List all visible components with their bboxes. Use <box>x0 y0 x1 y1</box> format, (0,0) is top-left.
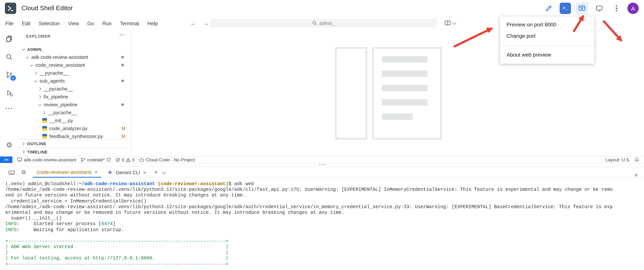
activity-search-icon[interactable] <box>0 53 18 61</box>
account-avatar[interactable]: A <box>628 3 639 14</box>
outline-label: OUTLINE <box>27 141 46 146</box>
activity-run-debug-icon[interactable] <box>0 89 18 97</box>
menu-run[interactable]: Run <box>102 21 112 26</box>
activity-more-icon[interactable]: ··· <box>0 105 18 113</box>
menu-terminal[interactable]: Terminal <box>120 21 139 26</box>
search-input[interactable]: admin_ <box>210 19 437 28</box>
tree-item-label: __pycache__ <box>40 70 69 76</box>
tree-item-feedback-synthesizer-py[interactable]: feedback_synthesizer.pyM <box>18 132 131 139</box>
activity-source-control-icon[interactable]: 6 <box>0 71 18 79</box>
open-terminal-button[interactable]: >_ <box>560 3 571 14</box>
menu-go[interactable]: Go <box>87 21 94 26</box>
chevron-down-icon <box>30 63 34 67</box>
preview-menu-items: Preview on port 8000Change portAbout web… <box>500 19 594 60</box>
explorer-header: EXPLORER <box>26 34 51 39</box>
search-icon <box>312 21 317 26</box>
cloud-shell-editor-window: Cloud Shell Editor >_ A FileEditSelectio… <box>0 0 644 270</box>
terminal-line: erimental and may change or be removed i… <box>5 210 644 216</box>
tree-item--pycache-[interactable]: __pycache__ <box>18 69 131 77</box>
terminal-settings-gear-icon[interactable]: ⚙ <box>21 169 26 176</box>
python-file-icon <box>42 118 47 123</box>
remote-indicator[interactable]: >< <box>0 156 12 163</box>
errors-icon <box>116 157 120 162</box>
cloud-shell-logo-icon <box>5 3 16 14</box>
tree-item-sub-agents[interactable]: sub_agents <box>18 77 131 85</box>
status-workspace[interactable]: adk-code-review-assistant <box>17 157 76 162</box>
activity-explorer-icon[interactable] <box>0 35 18 43</box>
menu-view[interactable]: View <box>68 21 79 26</box>
web-preview-menu: Preview on port 8000Change portAbout web… <box>500 17 594 64</box>
terminal-output[interactable]: (.venv) admin_@cloudshell:~/adk-code-rev… <box>0 178 644 270</box>
close-tab-icon[interactable]: × <box>143 169 146 175</box>
top-bar: Cloud Shell Editor >_ A <box>0 0 644 17</box>
tree-item-review-pipeline[interactable]: review_pipeline <box>18 101 131 109</box>
tree-item-code-analyzer-py[interactable]: code_analyzer.pyM <box>18 124 131 132</box>
terminal-line: INFO: Waiting for application startup. <box>5 227 644 233</box>
tree-item--init-py[interactable]: __init__.py <box>18 117 131 124</box>
chevron-down-icon <box>452 20 456 25</box>
terminal-tab-gemini-cli[interactable]: Gemini CLI × <box>104 167 150 178</box>
python-file-icon <box>42 126 47 131</box>
nav-forward-icon[interactable]: → <box>203 20 209 27</box>
menu-item-preview-on-port-8000[interactable]: Preview on port 8000 <box>500 19 594 30</box>
terminal-line: | For local testing, access at http://12… <box>5 256 644 261</box>
menu-help[interactable]: Help <box>148 21 158 26</box>
terminal-dropdown-chevron-icon[interactable] <box>162 170 166 174</box>
explorer-more-actions-icon[interactable]: ··· <box>120 32 125 38</box>
menu-selection[interactable]: Selection <box>39 21 60 26</box>
notifications-bell-icon[interactable] <box>634 157 640 162</box>
modified-dot <box>121 56 124 59</box>
explorer-sidebar: EXPLORER ··· ADMIN_adk-code-review-assis… <box>18 30 131 156</box>
chevron-right-icon <box>38 95 42 99</box>
timeline-section[interactable]: TIMELINE <box>18 147 131 156</box>
menu-item-about-web-preview[interactable]: About web preview <box>500 49 594 60</box>
tree-item-label: sub_agents <box>40 78 65 84</box>
menu-edit[interactable]: Edit <box>22 21 31 26</box>
terminal-line: INFO: Started server process [8474] <box>5 221 644 227</box>
errors-count: 0 <box>122 157 124 162</box>
cloud-icon <box>139 157 144 162</box>
panel-drag-handle[interactable] <box>319 164 325 165</box>
terminal-line <box>5 233 644 238</box>
menu-file[interactable]: File <box>5 21 14 26</box>
history-nav: ← → <box>190 17 209 30</box>
tree-item--pycache-[interactable]: __pycache__ <box>18 109 131 117</box>
editor-layout-toggle[interactable] <box>444 20 456 26</box>
terminal-tab-label: Gemini CLI <box>116 169 140 175</box>
status-cloud-code[interactable]: Cloud Code - No Project <box>139 157 195 162</box>
tree-item-adk-code-review-assistant[interactable]: adk-code-review-assistant <box>18 53 131 61</box>
terminal-line: +---------------------------------------… <box>5 261 644 267</box>
outline-section[interactable]: OUTLINE <box>18 139 131 148</box>
terminal-tab-code-reviewer[interactable]: (code-reviewer-assistant) × <box>33 167 101 178</box>
open-in-new-window-button[interactable] <box>593 2 606 15</box>
status-branch[interactable]: codelab* <box>81 157 111 162</box>
web-preview-button[interactable] <box>576 2 588 15</box>
terminal-line: (.venv) admin_@cloudshell:~/adk-code-rev… <box>5 181 644 187</box>
nav-back-icon[interactable]: ← <box>190 20 196 27</box>
warnings-icon <box>126 157 131 162</box>
tree-item-fix-pipeline[interactable]: fix_pipeline <box>18 93 131 101</box>
menu-item-change-port[interactable]: Change port <box>500 30 594 42</box>
keyboard-icon[interactable] <box>8 169 15 175</box>
more-options-kebab-icon[interactable] <box>610 5 623 12</box>
close-tab-icon[interactable]: × <box>95 169 98 175</box>
tree-item--pycache-[interactable]: __pycache__ <box>18 85 131 93</box>
status-problems[interactable]: 0 0 <box>116 157 135 162</box>
close-panel-icon[interactable]: × <box>634 172 638 178</box>
modified-dot <box>121 103 124 106</box>
cloud-code-label: Cloud Code - No Project <box>146 157 195 162</box>
tree-item-code-review-assistant[interactable]: code_review_assistant <box>18 61 131 69</box>
terminal-line: +---------------------------------------… <box>5 239 644 244</box>
edit-pencil-button[interactable] <box>542 2 555 15</box>
chevron-down-icon <box>26 55 30 59</box>
tree-item-admin-[interactable]: ADMIN_ <box>18 45 131 53</box>
tree-item-label: feedback_synthesizer.py <box>49 133 103 139</box>
git-branch-icon <box>81 157 86 162</box>
terminal-tab-bar: ⚙ (code-reviewer-assistant) × Gemini CLI… <box>0 167 644 178</box>
chevron-down-icon <box>34 79 38 83</box>
branch-label: codelab* <box>87 157 105 162</box>
tree-item-label: fix_pipeline <box>44 94 68 100</box>
settings-gear-icon[interactable]: ⚙ <box>0 141 18 149</box>
keyboard-layout-label[interactable]: Layout: U.S. <box>606 157 630 162</box>
new-terminal-icon[interactable]: + <box>154 169 158 176</box>
